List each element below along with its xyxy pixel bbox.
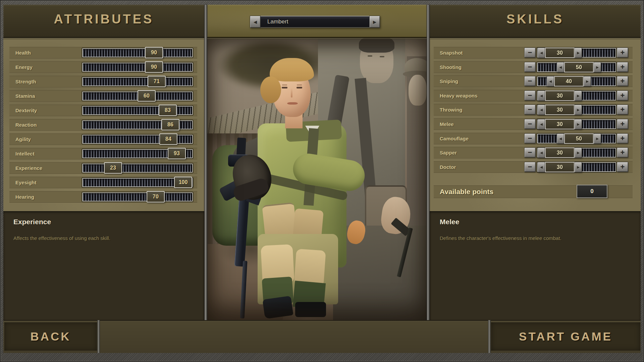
skill-increase-button[interactable]: +	[617, 162, 628, 172]
skill-decrease-button[interactable]: −	[524, 147, 536, 158]
skill-increase-button[interactable]: +	[617, 147, 628, 158]
handle-left-arrow-icon[interactable]: ◀	[557, 133, 564, 144]
next-character-button[interactable]: ▶	[369, 16, 380, 28]
handle-left-arrow-icon[interactable]: ◀	[557, 62, 564, 72]
start-game-button[interactable]: START GAME	[491, 322, 641, 351]
handle-right-arrow-icon[interactable]: ▶	[575, 105, 582, 115]
attribute-slider-track[interactable]: 83	[82, 106, 193, 115]
skill-decrease-button[interactable]: −	[524, 119, 536, 129]
prev-character-button[interactable]: ◀	[250, 16, 261, 28]
handle-right-arrow-icon[interactable]: ▶	[575, 147, 582, 158]
attribute-label: Experience	[15, 165, 42, 171]
skill-slider-track[interactable]: ◀30▶	[537, 162, 616, 172]
attribute-value-box[interactable]: 83	[159, 105, 177, 116]
attribute-slider-track[interactable]: 86	[82, 120, 193, 129]
attribute-value-box[interactable]: 90	[145, 47, 163, 58]
attribute-value-box[interactable]: 70	[147, 191, 165, 202]
attribute-slider-track[interactable]: 71	[82, 77, 193, 86]
handle-right-arrow-icon[interactable]: ▶	[575, 162, 582, 172]
skill-slider-handle[interactable]: ◀30▶	[538, 162, 582, 172]
skill-increase-button[interactable]: +	[617, 90, 628, 101]
handle-left-arrow-icon[interactable]: ◀	[538, 105, 545, 115]
attribute-row: Intellect93	[9, 148, 197, 160]
attribute-value-box[interactable]: 23	[104, 162, 122, 174]
skill-value-box: 30	[545, 162, 575, 172]
handle-right-arrow-icon[interactable]: ▶	[594, 133, 601, 144]
skill-increase-button[interactable]: +	[617, 133, 628, 143]
skill-slider-handle[interactable]: ◀30▶	[538, 90, 582, 101]
handle-right-arrow-icon[interactable]: ▶	[575, 119, 582, 129]
attribute-slider-track[interactable]: 60	[82, 92, 193, 101]
skill-decrease-button[interactable]: −	[524, 48, 536, 58]
attribute-slider-track[interactable]: 90	[82, 48, 193, 57]
skill-slider-track[interactable]: ◀30▶	[537, 105, 616, 115]
skill-row: Throwing−◀30▶+	[434, 104, 633, 116]
handle-left-arrow-icon[interactable]: ◀	[538, 48, 545, 58]
skill-slider-handle[interactable]: ◀30▶	[538, 48, 582, 58]
attribute-label: Agility	[15, 136, 31, 142]
attribute-slider-track[interactable]: 90	[82, 63, 193, 72]
attribute-label: Dexterity	[15, 108, 37, 113]
attribute-value-box[interactable]: 71	[148, 76, 166, 87]
handle-right-arrow-icon[interactable]: ▶	[584, 76, 591, 86]
skill-row: Doctor−◀30▶+	[434, 161, 633, 173]
start-game-button-label: START GAME	[519, 330, 612, 343]
attribute-label: Health	[15, 50, 31, 56]
skill-slider-handle[interactable]: ◀40▶	[547, 76, 591, 86]
attribute-slider-track[interactable]: 70	[82, 192, 193, 201]
skill-info-title: Melee	[440, 218, 459, 226]
handle-left-arrow-icon[interactable]: ◀	[547, 76, 554, 86]
skill-decrease-button[interactable]: −	[524, 162, 536, 172]
attribute-value-box[interactable]: 86	[161, 119, 179, 130]
attribute-value-box[interactable]: 60	[138, 90, 156, 102]
attribute-slider-track[interactable]: 93	[82, 149, 193, 158]
available-points-value: 0	[577, 185, 607, 198]
skill-increase-button[interactable]: +	[617, 105, 628, 115]
skill-slider-handle[interactable]: ◀50▶	[557, 133, 601, 144]
handle-left-arrow-icon[interactable]: ◀	[538, 119, 545, 129]
skill-label: Camouflage	[440, 136, 469, 141]
skill-decrease-button[interactable]: −	[524, 90, 536, 101]
skill-info-description: Defines the character's effectiveness in…	[440, 235, 619, 241]
skill-slider-track[interactable]: ◀30▶	[537, 48, 616, 58]
portrait-vignette	[207, 38, 427, 320]
skill-slider-track[interactable]: ◀50▶	[537, 62, 616, 72]
handle-left-arrow-icon[interactable]: ◀	[538, 90, 545, 101]
skill-decrease-button[interactable]: −	[524, 62, 536, 72]
skill-slider-handle[interactable]: ◀30▶	[538, 105, 582, 115]
handle-right-arrow-icon[interactable]: ▶	[575, 90, 582, 101]
skill-decrease-button[interactable]: −	[524, 76, 536, 86]
attribute-slider-track[interactable]: 84	[82, 135, 193, 144]
back-button[interactable]: BACK	[4, 322, 97, 351]
skill-increase-button[interactable]: +	[617, 62, 628, 72]
skill-slider-track[interactable]: ◀50▶	[537, 134, 616, 143]
skill-value-box: 30	[545, 119, 575, 129]
skill-slider-track[interactable]: ◀30▶	[537, 91, 616, 101]
handle-left-arrow-icon[interactable]: ◀	[538, 162, 545, 172]
skill-slider-track[interactable]: ◀30▶	[537, 148, 616, 158]
attribute-value-box[interactable]: 100	[174, 177, 192, 188]
skill-decrease-button[interactable]: −	[524, 105, 536, 115]
attribute-slider-track[interactable]: 23	[82, 164, 193, 173]
skill-slider-track[interactable]: ◀30▶	[537, 119, 616, 129]
skill-slider-handle[interactable]: ◀50▶	[557, 62, 601, 72]
attribute-value-box[interactable]: 84	[159, 133, 177, 145]
skill-slider-handle[interactable]: ◀30▶	[538, 147, 582, 158]
character-setup-screen: ATTRIBUTES SKILLS ◀ Lambert ▶ Health90En…	[0, 0, 644, 362]
attribute-label: Reaction	[15, 122, 37, 128]
attribute-value-box[interactable]: 93	[168, 148, 186, 159]
attribute-value-box[interactable]: 90	[145, 61, 163, 73]
handle-right-arrow-icon[interactable]: ▶	[594, 62, 601, 72]
skill-increase-button[interactable]: +	[617, 48, 628, 58]
attribute-row: Hearing70	[9, 191, 197, 203]
attribute-slider-track[interactable]: 100	[82, 178, 193, 187]
skill-decrease-button[interactable]: −	[524, 133, 536, 143]
skill-slider-track[interactable]: ◀40▶	[537, 76, 616, 86]
skill-row: Shooting−◀50▶+	[434, 61, 633, 73]
handle-right-arrow-icon[interactable]: ▶	[575, 48, 582, 58]
handle-left-arrow-icon[interactable]: ◀	[538, 147, 545, 158]
skill-slider-handle[interactable]: ◀30▶	[538, 119, 582, 129]
skill-increase-button[interactable]: +	[617, 119, 628, 129]
skill-increase-button[interactable]: +	[617, 76, 628, 86]
skill-label: Doctor	[440, 164, 456, 170]
